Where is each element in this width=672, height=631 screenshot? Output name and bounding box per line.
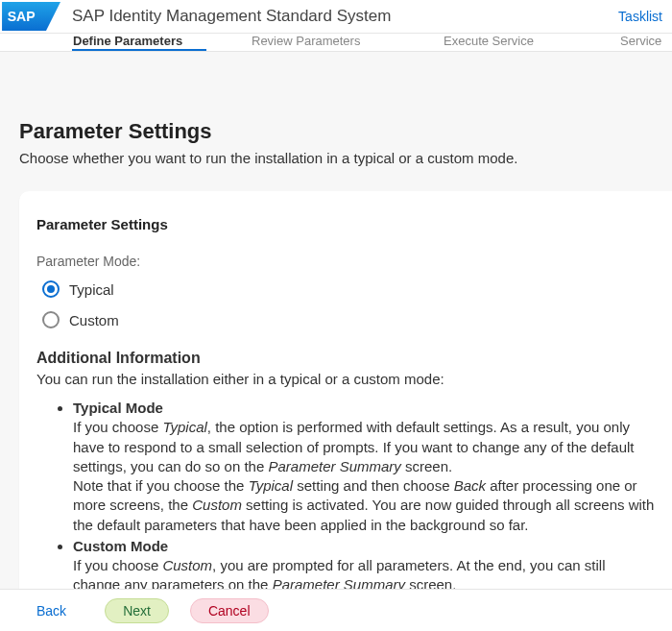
parameter-mode-label: Parameter Mode:: [36, 254, 655, 269]
tasklist-link[interactable]: Tasklist: [616, 9, 664, 24]
wizard-step-review-parameters[interactable]: Review Parameters: [192, 34, 384, 51]
main-content: Parameter Settings Choose whether you wa…: [0, 52, 672, 589]
page-subtitle: Choose whether you want to run the insta…: [19, 150, 672, 166]
additional-info-heading: Additional Information: [36, 350, 655, 367]
card-section-title: Parameter Settings: [36, 216, 655, 232]
radio-label: Custom: [69, 312, 119, 328]
radio-icon: [42, 280, 60, 298]
parameter-settings-card: Parameter Settings Parameter Mode: Typic…: [19, 191, 672, 589]
radio-typical[interactable]: Typical: [42, 280, 655, 298]
radio-custom[interactable]: Custom: [42, 311, 655, 328]
radio-label: Typical: [69, 281, 114, 298]
back-button[interactable]: Back: [19, 598, 84, 623]
wizard-step-label: Execute Service: [444, 34, 534, 48]
next-button[interactable]: Next: [105, 598, 169, 623]
mode-custom-description: If you choose Custom, you are prompted f…: [73, 557, 605, 589]
mode-list: Typical Mode If you choose Typical, the …: [36, 399, 655, 589]
wizard-footer: Back Next Cancel: [0, 589, 672, 631]
wizard-step-define-parameters[interactable]: Define Parameters: [0, 34, 192, 51]
mode-typical-description: If you choose Typical, the option is per…: [73, 419, 654, 532]
cancel-button[interactable]: Cancel: [190, 598, 269, 623]
svg-text:SAP: SAP: [8, 9, 36, 24]
mode-custom: Custom Mode If you choose Custom, you ar…: [73, 537, 655, 589]
mode-custom-heading: Custom Mode: [73, 537, 655, 556]
wizard-steps: Define Parameters Review Parameters Exec…: [0, 33, 672, 52]
page-title: Parameter Settings: [19, 119, 672, 144]
additional-info-intro: You can run the installation either in a…: [36, 371, 655, 387]
wizard-step-service[interactable]: Service: [576, 34, 672, 51]
wizard-step-label: Review Parameters: [252, 34, 360, 48]
app-header: SAP SAP Identity Management Standard Sys…: [0, 0, 672, 33]
wizard-step-execute-service[interactable]: Execute Service: [384, 34, 576, 51]
mode-typical: Typical Mode If you choose Typical, the …: [73, 399, 655, 535]
mode-typical-heading: Typical Mode: [73, 399, 655, 418]
radio-icon: [42, 311, 60, 328]
wizard-step-label: Define Parameters: [73, 34, 182, 48]
sap-logo: SAP: [0, 2, 62, 31]
wizard-step-label: Service: [620, 34, 661, 48]
app-title: SAP Identity Management Standard System: [72, 7, 616, 26]
